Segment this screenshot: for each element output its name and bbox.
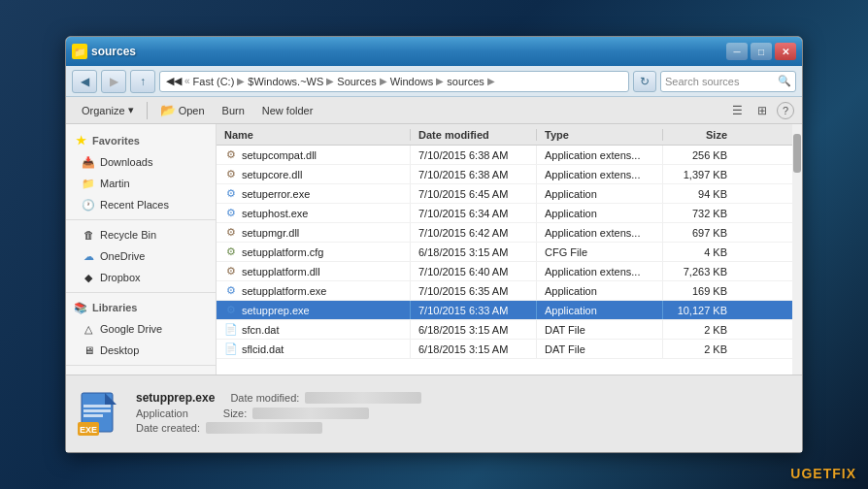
star-icon: ★ (74, 134, 87, 147)
new-folder-button[interactable]: New folder (254, 100, 321, 121)
file-name: setuperror.exe (242, 188, 310, 200)
table-row[interactable]: ⚙ setuphost.exe 7/10/2015 6:34 AM Applic… (217, 204, 792, 223)
file-type-cell: DAT File (537, 340, 663, 358)
forward-button[interactable]: ▶ (101, 70, 126, 93)
dropbox-icon: ◆ (82, 271, 95, 284)
sidebar-item-desktop[interactable]: 🖥 Desktop (66, 340, 216, 361)
burn-button[interactable]: Burn (215, 100, 252, 121)
status-filename: setupprep.exe (136, 391, 215, 405)
file-type-cell: Application extens... (537, 262, 663, 280)
file-size-cell: 697 KB (663, 223, 731, 242)
refresh-button[interactable]: ↻ (633, 71, 656, 92)
sidebar-item-recent[interactable]: 🕐 Recent Places (66, 194, 216, 215)
minimize-button[interactable]: ─ (726, 43, 748, 60)
new-folder-label: New folder (262, 105, 314, 116)
file-date-cell: 7/10/2015 6:40 AM (411, 262, 537, 280)
file-type-icon: ⚙ (224, 304, 238, 317)
status-size-label: Size: (223, 408, 247, 419)
table-row[interactable]: ⚙ setupprep.exe 7/10/2015 6:33 AM Applic… (217, 301, 792, 320)
table-row[interactable]: ⚙ setuperror.exe 7/10/2015 6:45 AM Appli… (217, 184, 792, 204)
toolbar: Organize ▾ 📂 Open Burn New folder ☰ ⊞ ? (66, 97, 802, 124)
svg-text:EXE: EXE (80, 425, 97, 435)
library-icon: 📚 (74, 301, 87, 314)
close-button[interactable]: ✕ (775, 43, 796, 60)
file-list: Name Date modified Type Size ⚙ setupcomp… (217, 124, 792, 375)
sidebar-item-recycle[interactable]: 🗑 Recycle Bin (66, 224, 216, 245)
file-size-cell: 732 KB (663, 204, 731, 222)
table-row[interactable]: ⚙ setupplatform.dll 7/10/2015 6:40 AM Ap… (217, 262, 792, 281)
favorites-header: ★ Favorites (66, 130, 216, 151)
status-date-created-label: Date created: (136, 422, 200, 434)
col-header-type[interactable]: Type (537, 129, 663, 141)
table-row[interactable]: ⚙ setupplatform.cfg 6/18/2015 3:15 AM CF… (217, 243, 792, 262)
table-row[interactable]: ⚙ setupmgr.dll 7/10/2015 6:42 AM Applica… (217, 223, 792, 243)
view-icons-button[interactable]: ⊞ (751, 100, 773, 121)
organize-label: Organize (82, 105, 125, 116)
file-name: setupcompat.dll (242, 149, 317, 161)
col-header-name[interactable]: Name (217, 129, 411, 141)
onedrive-label: OneDrive (100, 250, 145, 262)
col-header-size[interactable]: Size (663, 129, 731, 141)
sidebar-item-martin[interactable]: 📁 Martin (66, 173, 216, 194)
svg-rect-2 (83, 409, 111, 412)
back-button[interactable]: ◀ (72, 70, 97, 93)
table-row[interactable]: 📄 sflcid.dat 6/18/2015 3:15 AM DAT File … (217, 340, 792, 359)
scrollbar[interactable] (792, 124, 802, 375)
file-type-icon: ⚙ (224, 168, 238, 181)
search-box[interactable]: Search sources 🔍 (660, 71, 796, 92)
sidebar-item-dropbox[interactable]: ◆ Dropbox (66, 267, 216, 288)
explorer-window: 📁 sources ─ □ ✕ ◀ ▶ ↑ ◀◀ « Fast (C:) ▶ $… (65, 36, 803, 453)
file-type-icon: 📄 (224, 342, 238, 356)
file-name: sflcid.dat (242, 343, 284, 355)
file-size-cell: 94 KB (663, 184, 731, 203)
organize-button[interactable]: Organize ▾ (74, 100, 142, 121)
martin-label: Martin (100, 178, 130, 189)
open-button[interactable]: 📂 Open (152, 100, 213, 121)
maximize-button[interactable]: □ (751, 43, 772, 60)
file-name-cell: ⚙ setupcompat.dll (217, 146, 411, 164)
recent-label: Recent Places (100, 199, 169, 211)
search-icon: 🔍 (778, 75, 791, 87)
up-button[interactable]: ↑ (130, 70, 155, 93)
watermark: UGETFIX (790, 466, 856, 481)
window-controls: ─ □ ✕ (726, 43, 796, 60)
scroll-thumb[interactable] (793, 134, 801, 173)
file-type-icon: 📄 (224, 323, 238, 337)
sidebar-item-downloads[interactable]: 📥 Downloads (66, 151, 216, 173)
file-type-icon: ⚙ (224, 187, 238, 201)
googledrive-label: Google Drive (100, 323, 162, 335)
dropbox-label: Dropbox (100, 272, 141, 283)
open-label: Open (179, 105, 205, 116)
address-bar: ◀ ▶ ↑ ◀◀ « Fast (C:) ▶ $Windows.~WS ▶ So… (66, 66, 802, 97)
file-date-cell: 7/10/2015 6:38 AM (411, 165, 537, 183)
view-details-button[interactable]: ☰ (726, 100, 748, 121)
status-type-label: Application (136, 408, 188, 419)
sidebar-divider-3 (66, 365, 216, 366)
address-path[interactable]: ◀◀ « Fast (C:) ▶ $Windows.~WS ▶ Sources … (159, 71, 629, 92)
file-type-cell: Application extens... (537, 146, 663, 164)
file-date-cell: 7/10/2015 6:42 AM (411, 223, 537, 242)
desktop-label: Desktop (100, 344, 139, 356)
file-size-cell: 2 KB (663, 320, 731, 339)
col-header-date[interactable]: Date modified (411, 129, 537, 141)
main-content: ★ Favorites 📥 Downloads 📁 Martin 🕐 Recen… (66, 124, 802, 375)
help-button[interactable]: ? (777, 102, 794, 119)
file-date-cell: 6/18/2015 3:15 AM (411, 243, 537, 261)
status-date-value (305, 392, 421, 404)
table-row[interactable]: ⚙ setupplatform.exe 7/10/2015 6:35 AM Ap… (217, 281, 792, 301)
table-row[interactable]: 📄 sfcn.dat 6/18/2015 3:15 AM DAT File 2 … (217, 320, 792, 340)
file-name-cell: ⚙ setupprep.exe (217, 301, 411, 319)
file-name: setupplatform.exe (242, 285, 326, 297)
file-type-cell: Application (537, 301, 663, 319)
table-row[interactable]: ⚙ setupcore.dll 7/10/2015 6:38 AM Applic… (217, 165, 792, 184)
svg-rect-3 (83, 414, 103, 417)
downloads-folder-icon: 📥 (82, 155, 95, 169)
sidebar-item-onedrive[interactable]: ☁ OneDrive (66, 245, 216, 267)
sidebar-item-googledrive[interactable]: △ Google Drive (66, 318, 216, 340)
file-name-cell: ⚙ setupplatform.exe (217, 281, 411, 300)
file-name-cell: 📄 sflcid.dat (217, 340, 411, 358)
file-type-cell: DAT File (537, 320, 663, 339)
table-row[interactable]: ⚙ setupcompat.dll 7/10/2015 6:38 AM Appl… (217, 146, 792, 165)
martin-folder-icon: 📁 (82, 177, 95, 190)
window-icon: 📁 (72, 44, 87, 59)
